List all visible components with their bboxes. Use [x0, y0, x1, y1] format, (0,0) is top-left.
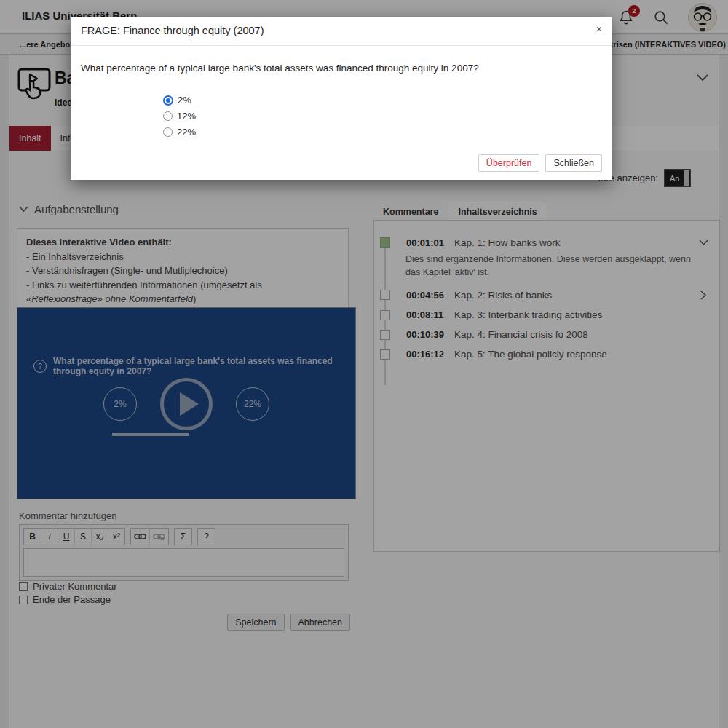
close-modal-button[interactable]: Schließen: [545, 154, 602, 172]
answer-option[interactable]: 12%: [163, 111, 196, 122]
close-icon[interactable]: ×: [596, 23, 602, 35]
option-label: 22%: [177, 127, 196, 138]
option-label: 2%: [178, 95, 191, 106]
answer-option[interactable]: 22%: [163, 127, 196, 138]
option-label: 12%: [177, 111, 196, 122]
modal-question: What percentage of a typical large bank'…: [81, 63, 479, 74]
check-answer-button[interactable]: Überprüfen: [478, 154, 540, 172]
radio-selected[interactable]: [163, 95, 173, 106]
radio-unselected[interactable]: [163, 127, 173, 137]
radio-unselected[interactable]: [163, 111, 173, 121]
modal-title: FRAGE: Finance through equity (2007): [81, 25, 264, 36]
modal-header: FRAGE: Finance through equity (2007) ×: [71, 17, 612, 46]
question-modal: FRAGE: Finance through equity (2007) × W…: [71, 17, 612, 180]
answer-options: 2% 12% 22%: [163, 95, 196, 138]
modal-footer: Überprüfen Schließen: [478, 154, 602, 172]
answer-option[interactable]: 2%: [163, 95, 196, 106]
